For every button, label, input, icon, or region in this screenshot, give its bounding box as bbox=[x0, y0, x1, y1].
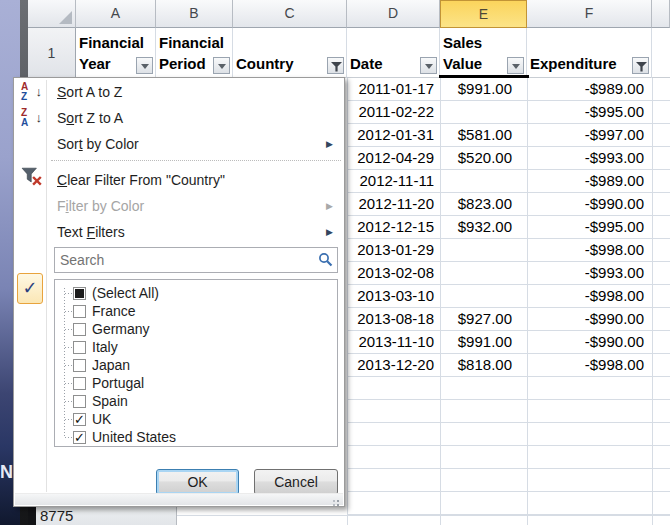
cell-expenditure[interactable]: -$998.00 bbox=[528, 239, 644, 261]
filter-value-row[interactable]: Germany bbox=[55, 320, 337, 338]
row-header-1[interactable]: 1 bbox=[28, 28, 76, 78]
cell-expenditure[interactable]: -$990.00 bbox=[528, 308, 644, 330]
cell-sales-value[interactable]: $823.00 bbox=[441, 193, 512, 215]
column-header-g[interactable] bbox=[652, 0, 670, 28]
column-header-b[interactable]: B bbox=[156, 0, 233, 28]
filter-value-row[interactable]: France bbox=[55, 302, 337, 320]
column-header-a[interactable]: A bbox=[76, 0, 156, 28]
cell-expenditure[interactable]: -$993.00 bbox=[528, 147, 644, 169]
checkbox[interactable] bbox=[73, 341, 86, 354]
checkbox[interactable] bbox=[73, 431, 86, 444]
cell-expenditure[interactable]: -$998.00 bbox=[528, 354, 644, 376]
cell-expenditure[interactable]: -$995.00 bbox=[528, 101, 644, 123]
cell-expenditure[interactable]: -$990.00 bbox=[528, 331, 644, 353]
dropdown-button-financial-year[interactable] bbox=[136, 57, 153, 74]
checkbox[interactable] bbox=[73, 413, 86, 426]
dropdown-button-sales-value[interactable] bbox=[507, 57, 524, 74]
menu-item[interactable]: Sort by Color ▶ bbox=[15, 131, 343, 157]
checkbox[interactable] bbox=[73, 377, 86, 390]
cell-date[interactable]: 2013-02-08 bbox=[348, 262, 434, 284]
menu-item[interactable]: Clear Filter From "Country" ▶ bbox=[15, 167, 343, 193]
cell-date[interactable]: 2012-11-11 bbox=[348, 170, 434, 192]
checkbox[interactable] bbox=[73, 305, 86, 318]
cell-expenditure[interactable]: -$989.00 bbox=[528, 170, 644, 192]
dropdown-button-financial-period[interactable] bbox=[213, 57, 230, 74]
filter-value-row[interactable]: United States bbox=[55, 428, 337, 446]
column-header-d[interactable]: D bbox=[347, 0, 440, 28]
filter-value-row[interactable]: Italy bbox=[55, 338, 337, 356]
cell-sales-value[interactable] bbox=[441, 170, 512, 192]
cell-sales-value[interactable]: $818.00 bbox=[441, 354, 512, 376]
table-row: 2012-11-11 -$989.00 bbox=[348, 170, 653, 193]
cell-expenditure[interactable]: -$998.00 bbox=[528, 285, 644, 307]
cell-date[interactable]: 2011-01-17 bbox=[348, 78, 434, 100]
cell-sales-value[interactable]: $991.00 bbox=[441, 78, 512, 100]
header-label: Country bbox=[236, 53, 294, 74]
select-all-corner[interactable] bbox=[28, 0, 76, 28]
cell-sales-value[interactable]: $991.00 bbox=[441, 331, 512, 353]
filter-button-country[interactable] bbox=[327, 57, 344, 74]
cell-sales-value[interactable] bbox=[441, 262, 512, 284]
cell-sales-value[interactable]: $520.00 bbox=[441, 147, 512, 169]
row-header-8775[interactable]: 8775 bbox=[36, 507, 177, 525]
cancel-button[interactable]: Cancel bbox=[254, 469, 338, 495]
menu-item[interactable]: Sort A to Z ▶ bbox=[15, 79, 343, 105]
filter-value-row[interactable]: (Select All) bbox=[55, 284, 337, 302]
filter-button-expenditure[interactable] bbox=[632, 57, 649, 74]
header-cell-date[interactable]: Date bbox=[347, 28, 440, 78]
header-cell-sales-value[interactable]: Sales Value bbox=[440, 28, 527, 78]
menu-item[interactable]: Text Filters ▶ bbox=[15, 219, 343, 245]
cell-sales-value[interactable] bbox=[441, 101, 512, 123]
filter-values-list[interactable]: (Select All) France Germany Italy Japan … bbox=[54, 279, 338, 447]
cell-sales-value[interactable]: $927.00 bbox=[441, 308, 512, 330]
filter-value-row[interactable]: Spain bbox=[55, 392, 337, 410]
cell-expenditure[interactable]: -$993.00 bbox=[528, 262, 644, 284]
cell-expenditure[interactable]: -$989.00 bbox=[528, 78, 644, 100]
cell-date[interactable]: 2012-04-29 bbox=[348, 147, 434, 169]
column-header-f[interactable]: F bbox=[527, 0, 652, 28]
header-cell-financial-period[interactable]: Financial Period bbox=[156, 28, 233, 78]
ok-button[interactable]: OK bbox=[156, 469, 239, 495]
header-cell-country[interactable]: Country bbox=[233, 28, 347, 78]
cell-date[interactable]: 2011-02-22 bbox=[348, 101, 434, 123]
filter-value-row[interactable]: UK bbox=[55, 410, 337, 428]
checkbox[interactable] bbox=[73, 287, 86, 300]
column-header-e-selected[interactable]: E bbox=[440, 0, 527, 28]
chevron-down-icon bbox=[141, 64, 149, 69]
cell-date[interactable]: 2012-12-15 bbox=[348, 216, 434, 238]
cell-date[interactable]: 2013-08-18 bbox=[348, 308, 434, 330]
search-input[interactable] bbox=[54, 247, 338, 273]
cell-date[interactable]: 2013-12-20 bbox=[348, 354, 434, 376]
cell-expenditure[interactable]: -$995.00 bbox=[528, 216, 644, 238]
filter-value-row[interactable]: Portugal bbox=[55, 374, 337, 392]
menu-resize-strip bbox=[15, 493, 343, 505]
cell-sales-value[interactable]: $932.00 bbox=[441, 216, 512, 238]
menu-item-label: Sort Z to A bbox=[57, 110, 123, 126]
gridline bbox=[177, 515, 670, 516]
header-cell-financial-year[interactable]: Financial Year bbox=[76, 28, 156, 78]
cell-date[interactable]: 2013-03-10 bbox=[348, 285, 434, 307]
cell-expenditure[interactable]: -$990.00 bbox=[528, 193, 644, 215]
checkbox[interactable] bbox=[73, 395, 86, 408]
chevron-down-icon bbox=[425, 64, 433, 69]
header-cell-expenditure[interactable]: Expenditure bbox=[527, 28, 652, 78]
checkbox[interactable] bbox=[73, 359, 86, 372]
menu-item-label: Clear Filter From "Country" bbox=[57, 172, 225, 188]
chevron-down-icon bbox=[218, 64, 226, 69]
table-row: 2013-01-29 -$998.00 bbox=[348, 239, 653, 262]
column-header-c[interactable]: C bbox=[233, 0, 347, 28]
cell-expenditure[interactable]: -$997.00 bbox=[528, 124, 644, 146]
cell-date[interactable]: 2013-11-10 bbox=[348, 331, 434, 353]
cell-date[interactable]: 2012-01-31 bbox=[348, 124, 434, 146]
menu-item[interactable]: Sort Z to A ▶ bbox=[15, 105, 343, 131]
checkmark-button[interactable]: ✓ bbox=[17, 273, 43, 304]
resize-grip[interactable] bbox=[331, 494, 340, 503]
cell-sales-value[interactable] bbox=[441, 239, 512, 261]
cell-sales-value[interactable]: $581.00 bbox=[441, 124, 512, 146]
checkbox[interactable] bbox=[73, 323, 86, 336]
dropdown-button-date[interactable] bbox=[420, 57, 437, 74]
cell-date[interactable]: 2013-01-29 bbox=[348, 239, 434, 261]
filter-value-row[interactable]: Japan bbox=[55, 356, 337, 374]
cell-sales-value[interactable] bbox=[441, 285, 512, 307]
cell-date[interactable]: 2012-11-20 bbox=[348, 193, 434, 215]
